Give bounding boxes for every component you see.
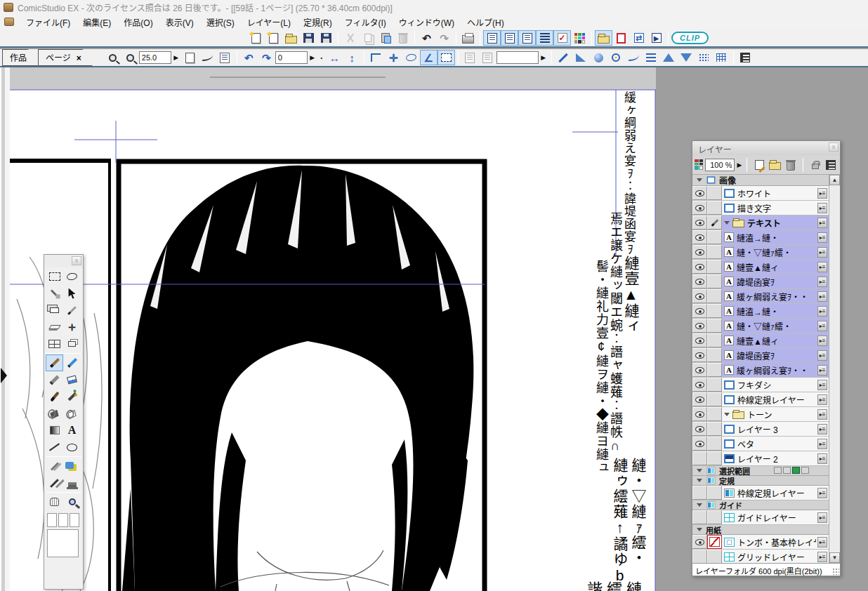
tab-page[interactable]: ページ× xyxy=(38,49,93,66)
eye-icon[interactable] xyxy=(695,264,704,270)
layer-row[interactable]: グリッドレイヤー▸≡ xyxy=(692,550,829,563)
layer-row[interactable]: A緩ヶ綱弱え宴ｦ・・▸≡ xyxy=(692,289,829,304)
visibility-cell[interactable] xyxy=(692,392,707,406)
visibility-cell[interactable] xyxy=(692,260,707,274)
close-icon[interactable]: x xyxy=(72,256,81,265)
ruler-pen-tool-button[interactable] xyxy=(46,474,63,491)
parallel-ruler-button[interactable] xyxy=(643,50,660,65)
layer-folder-row[interactable]: テキスト▸≡ xyxy=(692,215,829,230)
current-color-preview[interactable] xyxy=(47,529,79,557)
layer-menu-button[interactable]: ▸≡ xyxy=(817,537,827,547)
layer-menu-button[interactable]: ▸≡ xyxy=(817,552,827,562)
visibility-cell[interactable] xyxy=(692,201,707,215)
foreground-swatch[interactable] xyxy=(47,513,57,527)
layer-row[interactable]: ベタ▸≡ xyxy=(692,437,829,451)
menu-item-9[interactable]: ウィンドウ(W) xyxy=(393,15,461,29)
edit-state-cell[interactable] xyxy=(707,486,722,500)
pen-tool-button[interactable] xyxy=(46,354,63,371)
edit-state-cell[interactable] xyxy=(707,437,722,451)
scroll-up-icon[interactable]: ▲ xyxy=(829,175,840,185)
redo-button[interactable]: ↷ xyxy=(435,30,453,46)
visibility-cell[interactable] xyxy=(692,486,707,500)
layer-menu-button[interactable]: ▸≡ xyxy=(817,277,827,287)
next-page-button[interactable] xyxy=(479,50,497,65)
eye-icon[interactable] xyxy=(695,338,704,344)
layer-row[interactable]: A諱堤函宴ｦ▸≡ xyxy=(692,274,829,289)
angle-snap-button[interactable]: ∠ xyxy=(420,50,438,65)
collapse-toolbar-button[interactable] xyxy=(737,50,754,65)
visibility-cell[interactable] xyxy=(692,550,707,563)
radial-ruler-button[interactable] xyxy=(660,50,678,65)
folder-expander-icon[interactable] xyxy=(724,221,730,225)
transfer-button[interactable]: ⇄ xyxy=(630,30,647,46)
visibility-cell[interactable] xyxy=(692,319,707,333)
hatching-tool-button[interactable] xyxy=(46,458,63,474)
transparent-swatch[interactable] xyxy=(70,513,79,527)
layer-menu-button[interactable]: ▸≡ xyxy=(817,321,827,331)
fit-page-button[interactable] xyxy=(181,50,199,65)
eye-icon[interactable] xyxy=(695,382,704,388)
lasso-tool-button[interactable] xyxy=(63,268,81,285)
resize-grip[interactable] xyxy=(832,568,839,575)
folder-expander-icon[interactable] xyxy=(724,413,730,416)
brush-tool-button[interactable] xyxy=(46,388,63,405)
eye-icon[interactable] xyxy=(695,352,704,359)
layer-menu-button[interactable]: ▸≡ xyxy=(817,380,827,390)
edit-state-cell[interactable] xyxy=(707,451,722,465)
layer-select-tool-button[interactable] xyxy=(46,302,63,319)
layer-row[interactable]: 描き文字▸≡ xyxy=(692,201,829,215)
edit-state-cell[interactable] xyxy=(707,363,722,377)
layer-row[interactable]: A縺・▽縺ｧ繧・▸≡ xyxy=(692,319,829,333)
hand-tool-button[interactable] xyxy=(46,493,63,510)
layer-menu-button[interactable]: ▸≡ xyxy=(817,394,827,405)
selection-mini-icon[interactable] xyxy=(801,467,809,474)
clear-fill-tool-button[interactable] xyxy=(63,405,81,422)
eye-icon[interactable] xyxy=(695,539,704,545)
tool-size-input[interactable] xyxy=(497,51,539,64)
layer-row[interactable]: A縺壹▲縺ィ▸≡ xyxy=(692,260,829,274)
menu-item-5[interactable]: 選択(S) xyxy=(200,15,241,29)
rotate-cw-button[interactable]: ↷ xyxy=(258,50,275,65)
layer-folder-row[interactable]: トーン▸≡ xyxy=(692,407,829,422)
reset-view-button[interactable]: ・ xyxy=(317,50,326,65)
layer-menu-button[interactable]: ▸≡ xyxy=(817,512,827,523)
visibility-cell[interactable] xyxy=(692,230,707,244)
selection-green-icon[interactable] xyxy=(792,467,800,474)
text-tool-button[interactable]: A xyxy=(63,422,81,439)
visibility-cell[interactable] xyxy=(692,378,707,392)
selection-mini-icon[interactable] xyxy=(783,467,791,474)
visibility-cell[interactable] xyxy=(692,363,707,377)
eye-icon[interactable] xyxy=(695,234,704,241)
layers-scrollbar[interactable]: ▲ ▼ xyxy=(829,175,840,563)
visibility-cell[interactable] xyxy=(692,304,707,318)
eye-icon[interactable] xyxy=(695,249,704,255)
layer-row[interactable]: ガイドレイヤー▸≡ xyxy=(692,510,829,525)
menu-item-7[interactable]: 定規(R) xyxy=(297,15,338,29)
eye-icon[interactable] xyxy=(695,441,704,447)
magic-wand-tool-button[interactable] xyxy=(46,285,63,302)
zoom-in-button[interactable] xyxy=(104,50,121,65)
move-tool-button[interactable]: ✛ xyxy=(63,319,81,336)
menu-item-8[interactable]: フィルタ(I) xyxy=(338,15,393,29)
eye-icon[interactable] xyxy=(695,279,704,285)
layer-row[interactable]: ホワイト▸≡ xyxy=(692,186,829,201)
selection-mini-icon[interactable] xyxy=(774,467,782,474)
ruler-pen-button[interactable] xyxy=(555,50,572,65)
frame-tool-button[interactable] xyxy=(46,336,63,352)
edit-state-cell[interactable] xyxy=(707,304,722,318)
edit-state-cell[interactable] xyxy=(707,333,722,347)
toggle-tools-palette-button[interactable] xyxy=(483,30,501,46)
layers-section-header[interactable]: 定規 xyxy=(692,476,829,486)
new-layer-button[interactable] xyxy=(752,158,766,172)
guide-corner-button[interactable] xyxy=(367,50,385,65)
layer-menu-button[interactable]: ▸≡ xyxy=(817,439,827,449)
curve-ruler-button[interactable] xyxy=(625,50,643,65)
ellipse-tool-button[interactable] xyxy=(63,439,81,456)
print-button[interactable] xyxy=(459,30,477,46)
visibility-cell[interactable] xyxy=(692,289,707,303)
edit-state-cell[interactable] xyxy=(707,260,722,274)
palette-dock-arrow[interactable] xyxy=(1,368,7,383)
visibility-cell[interactable] xyxy=(692,333,707,347)
fit-width-button[interactable] xyxy=(199,50,216,65)
layer-row[interactable]: A緩ヶ綱弱え宴ｦ・・▸≡ xyxy=(692,363,829,378)
